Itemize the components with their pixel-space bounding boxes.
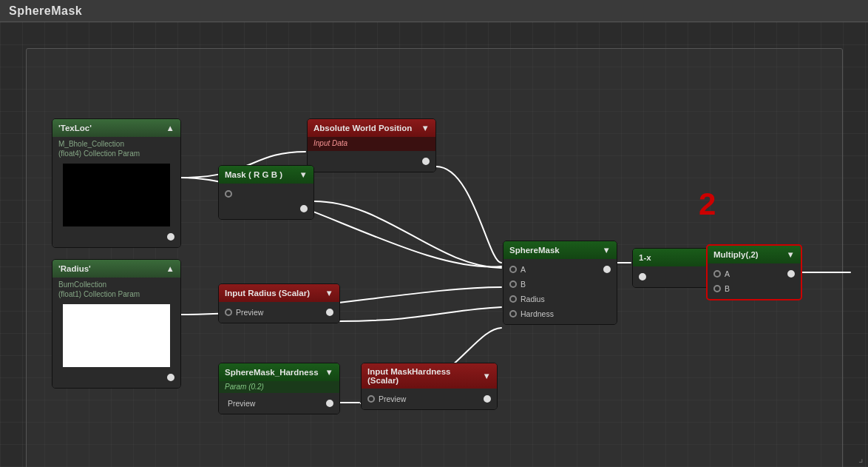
radius-body: BurnCollection (float1) Collection Param bbox=[52, 278, 180, 388]
radius-expand-icon: ▲ bbox=[166, 264, 174, 273]
spheremask-hardness-pin[interactable] bbox=[509, 310, 517, 318]
graph-canvas[interactable]: 'TexLoc' ▲ M_Bhole_Collection (float4) C… bbox=[0, 22, 868, 467]
multiply-chevron: ▼ bbox=[787, 250, 795, 259]
multiply-b-pin[interactable] bbox=[713, 285, 721, 292]
mask-chevron: ▼ bbox=[299, 170, 308, 179]
node-awp[interactable]: Absolute World Position ▼ Input Data bbox=[307, 118, 436, 172]
mask-input-pin[interactable] bbox=[225, 190, 232, 198]
node-hardness[interactable]: SphereMask_Hardness ▼ Param (0.2) Previe… bbox=[218, 363, 340, 414]
node-radius[interactable]: 'Radius' ▲ BurnCollection (float1) Colle… bbox=[52, 259, 181, 389]
multiply-header: Multiply(,2) ▼ bbox=[708, 246, 801, 263]
multiply-a-pin[interactable] bbox=[713, 270, 721, 278]
node-texloc[interactable]: 'TexLoc' ▲ M_Bhole_Collection (float4) C… bbox=[52, 118, 181, 248]
multiply-output-pin[interactable] bbox=[787, 270, 795, 278]
multiply-a-row: A bbox=[708, 266, 801, 281]
hardness-body: Preview bbox=[219, 393, 339, 414]
oneminusx-input-pin[interactable] bbox=[639, 273, 646, 280]
input-hardness-input-pin[interactable] bbox=[367, 395, 375, 403]
input-hardness-output-pin[interactable] bbox=[484, 395, 491, 403]
multiply-body: A B bbox=[708, 263, 801, 299]
hardness-output-pin[interactable] bbox=[326, 400, 333, 407]
input-hardness-header: Input MaskHardness (Scalar) ▼ bbox=[362, 363, 497, 389]
node-input-radius[interactable]: Input Radius (Scalar) ▼ Preview bbox=[218, 283, 340, 323]
mask-body bbox=[219, 184, 313, 219]
texloc-output-pin[interactable] bbox=[167, 233, 174, 241]
input-radius-output-pin[interactable] bbox=[326, 309, 333, 316]
input-hardness-chevron: ▼ bbox=[483, 372, 491, 380]
node-multiply[interactable]: Multiply(,2) ▼ A B bbox=[706, 244, 802, 300]
awp-header: Absolute World Position ▼ bbox=[308, 119, 435, 137]
mask-output-row bbox=[219, 201, 313, 216]
input-radius-preview-row: Preview bbox=[219, 305, 339, 320]
input-hardness-body: Preview bbox=[362, 389, 497, 409]
radius-output-pin[interactable] bbox=[167, 374, 174, 381]
hardness-chevron: ▼ bbox=[325, 368, 333, 377]
title-bar: SphereMask bbox=[0, 0, 868, 22]
annotation-2: 2 bbox=[699, 189, 716, 220]
spheremask-chevron: ▼ bbox=[603, 246, 611, 255]
spheremask-radius-row: Radius bbox=[503, 292, 617, 306]
spheremask-hardness-row: Hardness bbox=[503, 306, 617, 321]
radius-header: 'Radius' ▲ bbox=[52, 260, 180, 278]
spheremask-a-row: A bbox=[503, 262, 617, 277]
spheremask-b-pin[interactable] bbox=[509, 280, 517, 288]
input-radius-preview-pin[interactable] bbox=[225, 309, 232, 316]
graph-title: SphereMask bbox=[9, 4, 82, 18]
spheremask-b-row: B bbox=[503, 277, 617, 292]
spheremask-header: SphereMask ▼ bbox=[503, 241, 617, 259]
awp-chevron: ▼ bbox=[421, 124, 430, 132]
mask-input-row bbox=[219, 187, 313, 201]
input-radius-header: Input Radius (Scalar) ▼ bbox=[219, 284, 339, 302]
radius-output-row bbox=[52, 370, 180, 385]
input-hardness-preview-row: Preview bbox=[362, 392, 497, 406]
texloc-header: 'TexLoc' ▲ bbox=[52, 119, 180, 137]
mask-header: Mask ( R G B ) ▼ bbox=[219, 166, 313, 184]
awp-subtext-area: Input Data bbox=[308, 137, 435, 151]
awp-body bbox=[308, 151, 435, 172]
spheremask-body: A B Radius Hardness bbox=[503, 259, 617, 324]
awp-output-pin[interactable] bbox=[422, 158, 430, 165]
node-mask[interactable]: Mask ( R G B ) ▼ bbox=[218, 165, 314, 220]
input-radius-body: Preview bbox=[219, 302, 339, 323]
awp-output-row bbox=[308, 154, 435, 169]
spheremask-radius-pin[interactable] bbox=[509, 295, 517, 303]
input-radius-chevron: ▼ bbox=[325, 289, 333, 298]
spheremask-output-pin[interactable] bbox=[603, 266, 611, 273]
hardness-subtext-area: Param (0.2) bbox=[219, 381, 339, 393]
multiply-b-row: B bbox=[708, 281, 801, 296]
texloc-body: M_Bhole_Collection (float4) Collection P… bbox=[52, 137, 180, 247]
hardness-header: SphereMask_Hardness ▼ bbox=[219, 363, 339, 381]
radius-preview bbox=[63, 304, 170, 367]
node-spheremask[interactable]: SphereMask ▼ A B Radius bbox=[503, 241, 617, 325]
spheremask-a-pin[interactable] bbox=[509, 266, 517, 273]
node-input-hardness[interactable]: Input MaskHardness (Scalar) ▼ Preview bbox=[361, 363, 498, 410]
main-container: SphereMask bbox=[0, 0, 868, 467]
mask-output-pin[interactable] bbox=[300, 205, 308, 212]
corner-indicator: ⌟ bbox=[858, 452, 864, 464]
texloc-output-row bbox=[52, 229, 180, 244]
texloc-preview bbox=[63, 164, 170, 226]
expand-icon: ▲ bbox=[166, 124, 174, 132]
hardness-preview-row: Preview bbox=[219, 396, 339, 411]
